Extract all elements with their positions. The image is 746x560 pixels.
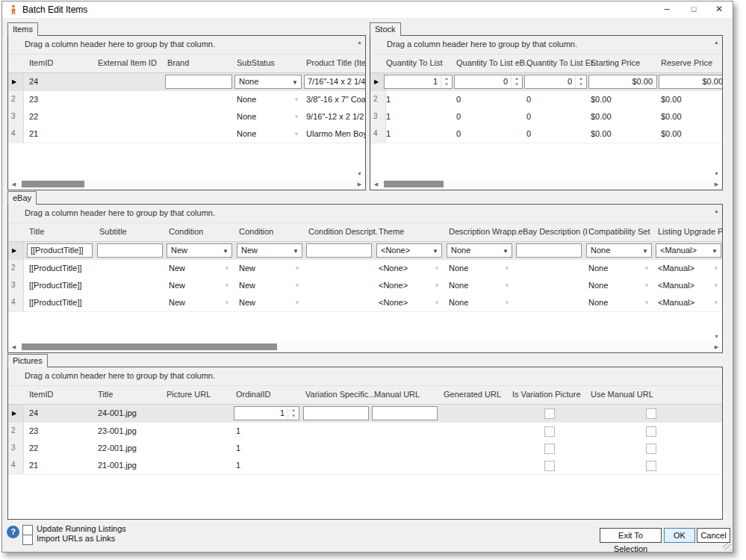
cell-items-substatus-dropdown[interactable]: None▼ (234, 75, 302, 89)
cell-pictures-is-variation-picture-checkbox[interactable] (544, 444, 555, 454)
row-header[interactable]: 3 (370, 108, 386, 125)
cell-ebay-condition[interactable]: New (239, 298, 255, 307)
cell-stock-quantity-to-list-eb-spinner[interactable]: 0▲▼ (454, 75, 523, 89)
column-header-product-title-iter[interactable]: Product Title (Iter (306, 58, 366, 67)
column-header-quantity-to-list[interactable]: Quantity To List (386, 58, 443, 67)
dropdown-arrow-icon[interactable]: ▼ (644, 299, 650, 306)
dropdown-arrow-icon[interactable]: ▼ (644, 282, 650, 289)
column-header-substatus[interactable]: SubStatus (237, 58, 275, 67)
cell-ebay-condition[interactable]: New (169, 298, 185, 307)
cell-pictures-use-manual-url-checkbox[interactable] (646, 408, 656, 419)
column-header-use-manual-url[interactable]: Use Manual URL (591, 390, 653, 399)
cell-ebay-condition[interactable]: New (169, 281, 185, 290)
row-header[interactable]: ▶ (8, 242, 24, 260)
cell-ebay-description-wrapp[interactable]: None (449, 264, 468, 273)
cell-ebay-compatibility-set[interactable]: None (588, 264, 608, 273)
spin-up-icon[interactable]: ▲ (576, 75, 586, 81)
cell-items-substatus[interactable]: None (237, 95, 256, 104)
cell-ebay-title[interactable]: [[ProductTitle]] (29, 264, 82, 273)
row-header[interactable]: ▶ (8, 73, 24, 91)
spin-up-icon[interactable]: ▲ (441, 75, 452, 81)
column-header-ebay-description-i[interactable]: eBay Description (I... (518, 227, 588, 236)
cell-stock-quantity-to-list-etsy[interactable]: 0 (526, 112, 531, 121)
dropdown-arrow-icon[interactable]: ▼ (434, 299, 440, 306)
column-header-quantity-to-list-eb[interactable]: Quantity To List eB... (456, 58, 529, 67)
cell-stock-quantity-to-list-eb[interactable]: 0 (456, 129, 461, 138)
column-header-condition[interactable]: Condition (169, 227, 203, 236)
cell-ebay-compatibility-set[interactable]: None (588, 281, 608, 290)
cell-pictures-variation-specific-input[interactable] (303, 406, 369, 420)
cell-stock-starting-price-input[interactable]: $0.00 (588, 75, 657, 89)
scroll-down-icon[interactable]: ▼ (714, 171, 719, 176)
footer-checkbox-import-urls-as-links[interactable] (22, 535, 33, 545)
cell-stock-quantity-to-list-etsy[interactable]: 0 (526, 129, 531, 138)
scroll-up-icon[interactable]: ▲ (714, 40, 719, 45)
tab-pictures[interactable]: Pictures (7, 354, 48, 367)
dropdown-arrow-icon[interactable]: ▼ (224, 282, 230, 289)
cell-stock-quantity-to-list-etsy-spinner[interactable]: 0▲▼ (524, 75, 587, 89)
column-header-condition[interactable]: Condition (239, 227, 273, 236)
cell-pictures-ordinalid[interactable]: 1 (236, 444, 240, 452)
column-header-title[interactable]: Title (29, 227, 44, 236)
dropdown-arrow-icon[interactable]: ▼ (434, 265, 440, 272)
cell-stock-reserve-price[interactable]: $0.00 (661, 95, 682, 104)
row-header[interactable]: 3 (8, 108, 24, 125)
cell-pictures-itemid[interactable]: 23 (29, 426, 38, 435)
cell-items-product-title-iter-input[interactable]: 7/16"-14 x 2 1/4 (304, 75, 366, 89)
help-icon[interactable]: ? (7, 526, 19, 538)
dropdown-arrow-icon[interactable]: ▼ (224, 299, 230, 306)
dropdown-arrow-icon[interactable]: ▼ (504, 282, 510, 289)
cell-ebay-ebay-description-i-input[interactable] (516, 243, 582, 258)
cell-pictures-title[interactable]: 22-001.jpg (98, 444, 137, 452)
cell-ebay-condition[interactable]: New (169, 264, 185, 273)
row-header[interactable]: 4 (8, 457, 24, 474)
column-header-theme[interactable]: Theme (379, 227, 404, 236)
table-row[interactable]: 32222-001.jpg1 (8, 440, 722, 458)
row-header[interactable]: 3 (8, 440, 24, 457)
scrollbar-thumb[interactable] (22, 181, 84, 187)
cell-ebay-theme[interactable]: <None> (379, 264, 408, 273)
minimize-icon[interactable]: – (655, 1, 679, 17)
cell-ebay-title[interactable]: [[ProductTitle]] (29, 298, 82, 307)
row-header[interactable]: 2 (8, 260, 24, 277)
column-header-starting-price[interactable]: Starting Price (591, 58, 640, 67)
table-row[interactable]: 3100$0.00$0.00 (370, 108, 722, 126)
cell-ebay-compatibility-set[interactable]: None (588, 298, 608, 307)
row-header[interactable]: 4 (8, 125, 24, 143)
column-header-reserve-price[interactable]: Reserve Price (661, 58, 712, 67)
cell-pictures-title[interactable]: 24-001.jpg (98, 408, 137, 417)
dropdown-arrow-icon[interactable]: ▼ (713, 265, 719, 272)
cell-items-itemid[interactable]: 24 (29, 77, 38, 86)
dropdown-arrow-icon[interactable]: ▼ (292, 76, 298, 89)
cell-pictures-itemid[interactable]: 24 (29, 408, 38, 417)
spin-down-icon[interactable]: ▼ (288, 413, 299, 419)
scroll-down-icon[interactable]: ▼ (357, 171, 362, 176)
cell-pictures-title[interactable]: 23-001.jpg (98, 426, 137, 435)
scroll-right-icon[interactable]: ▶ (711, 178, 722, 190)
cell-pictures-ordinalid-spinner[interactable]: 1▲▼ (234, 406, 299, 420)
cell-pictures-is-variation-picture-checkbox[interactable] (544, 408, 555, 419)
table-row[interactable]: ▶[[ProductTitle]]New▼New▼<None>▼None▼Non… (8, 242, 722, 261)
cell-pictures-title[interactable]: 21-001.jpg (98, 461, 137, 470)
scroll-left-icon[interactable]: ◀ (370, 178, 382, 190)
column-header-itemid[interactable]: ItemID (29, 58, 53, 67)
cell-ebay-listing-upgrade-pr-dropdown[interactable]: <Manual>▼ (656, 243, 721, 258)
dropdown-arrow-icon[interactable]: ▼ (432, 245, 438, 258)
column-header-manual-url[interactable]: Manual URL (374, 390, 420, 399)
scroll-up-icon[interactable]: ▲ (357, 40, 362, 45)
scroll-left-icon[interactable]: ◀ (8, 178, 19, 190)
cell-ebay-title-input[interactable]: [[ProductTitle]] (27, 243, 93, 258)
scroll-down-icon[interactable]: ▼ (714, 334, 719, 339)
cell-ebay-listing-upgrade-pr[interactable]: <Manual> (658, 298, 694, 307)
dropdown-arrow-icon[interactable]: ▼ (294, 299, 300, 306)
row-header[interactable]: 3 (8, 277, 24, 294)
cell-pictures-use-manual-url-checkbox[interactable] (646, 461, 656, 471)
dropdown-arrow-icon[interactable]: ▼ (294, 265, 300, 272)
table-row[interactable]: 421None▼Ularmo Men Boy (8, 125, 365, 143)
cell-ebay-description-wrapp[interactable]: None (449, 281, 468, 290)
cell-pictures-manual-url-input[interactable] (372, 406, 438, 420)
dropdown-arrow-icon[interactable]: ▼ (713, 299, 719, 306)
column-header-itemid[interactable]: ItemID (29, 390, 53, 399)
cell-ebay-condition-dropdown[interactable]: New▼ (167, 243, 232, 258)
spin-down-icon[interactable]: ▼ (576, 81, 586, 87)
